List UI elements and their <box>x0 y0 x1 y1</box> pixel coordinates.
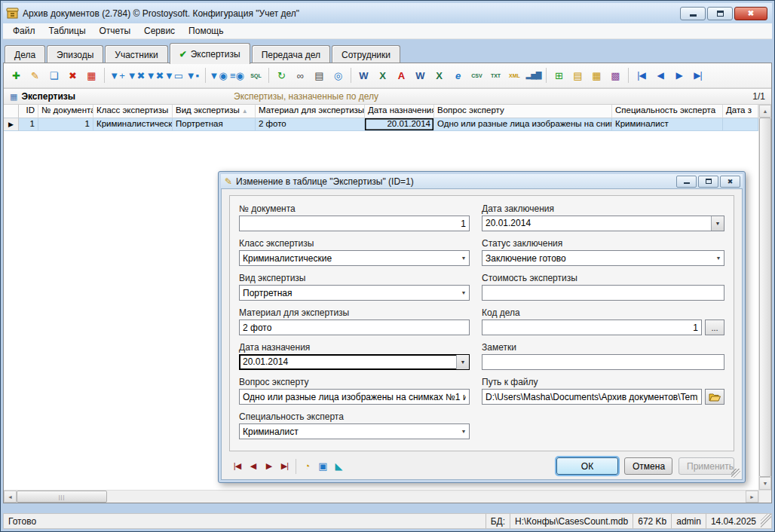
grid-header-assign-date[interactable]: Дата назначения <box>365 105 434 118</box>
chevron-down-icon[interactable]: ▼ <box>458 290 469 295</box>
export-txt-button[interactable]: TXT <box>486 66 505 84</box>
dialog-restore-button[interactable] <box>698 176 718 188</box>
horizontal-scrollbar[interactable]: ◄ ||| ► <box>4 490 758 503</box>
material-input[interactable] <box>239 320 470 335</box>
excel-button[interactable]: X <box>373 66 392 84</box>
ok-button[interactable]: ОК <box>556 457 618 475</box>
prev-record-button[interactable]: ◀ <box>651 66 669 84</box>
grid-header-doc-number[interactable]: № документа <box>38 105 93 118</box>
add-linked-record-button[interactable]: ⊞ <box>550 66 568 84</box>
cell-assign-date[interactable]: 20.01.2014 <box>365 118 434 131</box>
scroll-right-button[interactable]: ► <box>746 491 758 503</box>
grid-header-expertise-kind[interactable]: Вид экспертизы▲ <box>173 105 256 118</box>
filter-delete-button[interactable]: ▼✖ <box>127 66 146 84</box>
horizontal-scrollbar-track[interactable] <box>107 491 746 503</box>
dialog-close-button[interactable]: ✖ <box>720 176 740 188</box>
calculator-button[interactable]: ◔ <box>299 459 315 474</box>
preview-button[interactable]: ◎ <box>329 66 348 84</box>
first-record-button[interactable]: |◀ <box>632 66 651 84</box>
cell-doc-number[interactable]: 1 <box>38 118 93 131</box>
chevron-down-icon[interactable]: ▼ <box>456 355 469 369</box>
tab-cases[interactable]: Дела <box>5 45 45 63</box>
edit-record-button[interactable]: ✎ <box>26 66 44 84</box>
menu-file[interactable]: Файл <box>6 24 42 38</box>
filter-view-button[interactable]: ▼◉ <box>209 66 228 84</box>
grid-header-conclusion-date[interactable]: Дата з <box>723 105 758 118</box>
assign-date-combo[interactable]: 20.01.2014 ▼ <box>239 354 470 370</box>
scroll-left-button[interactable]: ◄ <box>4 491 17 503</box>
dialog-first-record-button[interactable]: |◀ <box>229 459 245 474</box>
record-card-button[interactable]: ▣ <box>315 459 331 474</box>
tab-episodes[interactable]: Эпизоды <box>47 45 103 63</box>
find-button[interactable]: ∞ <box>291 66 310 84</box>
browse-file-button[interactable] <box>705 389 724 405</box>
chevron-down-icon[interactable]: ▼ <box>713 255 724 261</box>
cancel-button[interactable]: Отмена <box>624 457 672 475</box>
scroll-up-button[interactable]: ▲ <box>759 105 771 118</box>
dialog-resize-grip[interactable] <box>731 469 740 478</box>
menu-service[interactable]: Сервис <box>137 24 182 38</box>
expert-question-input[interactable] <box>239 389 470 405</box>
dialog-minimize-button[interactable] <box>676 176 697 188</box>
cell-conclusion-date[interactable] <box>723 118 758 131</box>
copy-record-button[interactable]: ❏ <box>44 66 63 84</box>
export-csv-button[interactable]: CSV <box>467 66 486 84</box>
add-record-button[interactable]: ✚ <box>7 66 26 84</box>
expertise-cost-input[interactable] <box>482 285 724 301</box>
chevron-down-icon[interactable]: ▼ <box>458 429 469 434</box>
resize-grip[interactable] <box>761 514 771 528</box>
menu-help[interactable]: Помощь <box>182 24 230 38</box>
chart-button[interactable]: ▂▅▇ <box>524 66 543 84</box>
grid-header-material[interactable]: Материал для экспертизы <box>256 105 365 118</box>
horizontal-scrollbar-thumb[interactable]: ||| <box>17 491 107 503</box>
ruler-report-button[interactable]: ◣ <box>331 459 347 474</box>
cell-expertise-class[interactable]: Криминалистически <box>93 118 173 131</box>
tab-expertises[interactable]: ✔ Экспертизы <box>170 43 250 64</box>
minimize-button[interactable] <box>680 7 706 20</box>
expertise-class-combo[interactable]: Криминалистические ▼ <box>239 250 470 266</box>
export-html-button[interactable]: e <box>449 66 467 84</box>
cell-expertise-kind[interactable]: Портретная <box>173 118 256 131</box>
filter-load-button[interactable]: ▼▭ <box>164 66 183 84</box>
file-path-input[interactable] <box>482 389 702 405</box>
cell-id[interactable]: 1 <box>19 118 38 131</box>
export-word-button[interactable]: W <box>411 66 430 84</box>
close-button[interactable]: ✖ <box>734 7 767 20</box>
vertical-scrollbar[interactable]: ▲ ▼ <box>758 105 771 490</box>
menu-reports[interactable]: Отчеты <box>93 24 137 38</box>
export-xml-button[interactable]: XML <box>505 66 524 84</box>
grid-header-id[interactable]: ID <box>19 105 38 118</box>
restore-button[interactable] <box>707 7 733 20</box>
cell-expert-specialty[interactable]: Криминалист <box>612 118 723 131</box>
tab-case-transfer[interactable]: Передача дел <box>252 45 330 63</box>
export-acrobat-button[interactable]: A <box>392 66 411 84</box>
cell-expert-question[interactable]: Одно или разные лица изображены на снимк… <box>434 118 612 131</box>
case-code-lookup-button[interactable]: ... <box>705 320 724 335</box>
scroll-down-button[interactable]: ▼ <box>759 477 771 490</box>
filter-add-button[interactable]: ▼+ <box>108 66 127 84</box>
table-settings-button[interactable]: ▦ <box>587 66 606 84</box>
tab-employees[interactable]: Сотрудники <box>332 45 400 63</box>
expert-specialty-combo[interactable]: Криминалист ▼ <box>239 423 470 439</box>
filter-clear-button[interactable]: ▼✖ <box>146 66 164 84</box>
grid-header-expertise-class[interactable]: Класс экспертизы <box>93 105 173 118</box>
chevron-down-icon[interactable]: ▼ <box>711 216 724 231</box>
next-record-button[interactable]: ▶ <box>669 66 688 84</box>
chevron-down-icon[interactable]: ▼ <box>458 255 469 261</box>
menu-tables[interactable]: Таблицы <box>42 24 93 38</box>
grid-header-expert-specialty[interactable]: Специальность эксперта <box>612 105 723 118</box>
view-settings-button[interactable]: ▩ <box>606 66 625 84</box>
print-button[interactable]: ▤ <box>310 66 329 84</box>
record-settings-button[interactable]: ▤ <box>568 66 587 84</box>
dialog-prev-record-button[interactable]: ◀ <box>245 459 261 474</box>
subfilter-view-button[interactable]: ≡◉ <box>228 66 247 84</box>
dialog-last-record-button[interactable]: ▶| <box>277 459 293 474</box>
refresh-button[interactable]: ↻ <box>272 66 291 84</box>
last-record-button[interactable]: ▶| <box>688 66 707 84</box>
conclusion-status-combo[interactable]: Заключение готово ▼ <box>482 250 724 266</box>
doc-number-input[interactable] <box>239 216 470 231</box>
dialog-next-record-button[interactable]: ▶ <box>261 459 277 474</box>
case-code-input[interactable] <box>482 320 702 335</box>
filter-save-button[interactable]: ▼▪ <box>183 66 202 84</box>
conclusion-date-combo[interactable]: 20.01.2014 ▼ <box>482 216 724 231</box>
